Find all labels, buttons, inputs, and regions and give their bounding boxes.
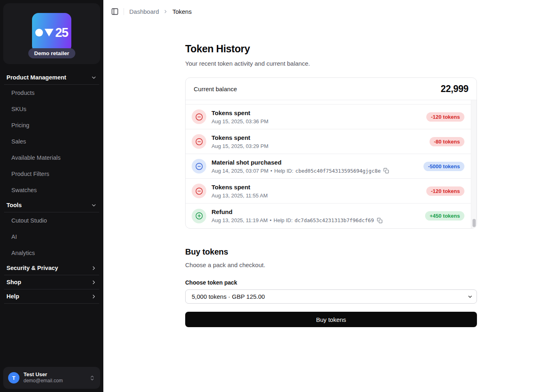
copy-icon[interactable]	[383, 168, 389, 174]
transaction-row: Tokens spent Aug 13, 2025, 11:55 AM -120…	[186, 179, 471, 203]
sidebar-item-pricing[interactable]: Pricing	[4, 117, 99, 133]
topbar-divider	[124, 8, 124, 15]
transaction-info: Refund Aug 13, 2025, 11:19 AM • Help ID:…	[212, 208, 420, 223]
amount-badge: -5000 tokens	[423, 162, 464, 171]
meta-separator: •	[270, 168, 272, 174]
chevrons-up-down-icon	[89, 375, 95, 381]
sidebar-item-sales[interactable]: Sales	[4, 133, 99, 150]
transaction-info: Tokens spent Aug 13, 2025, 11:55 AM	[212, 184, 421, 199]
sidebar-nav: Product Management Products SKUs Pricing…	[0, 67, 103, 364]
help-id-value: dc7da653c4231313b7f96dcf69	[295, 217, 374, 223]
transaction-date: Aug 13, 2025, 11:55 AM	[212, 193, 421, 199]
transaction-info: Tokens spent Aug 15, 2025, 03:36 PM	[212, 109, 421, 124]
section-label: Security & Privacy	[6, 265, 58, 271]
plus-circle-icon	[192, 209, 206, 223]
sidebar-toggle-button[interactable]	[111, 8, 119, 15]
copy-icon[interactable]	[377, 218, 383, 223]
avatar: T	[8, 372, 19, 383]
sidebar-item-ai[interactable]: AI	[4, 229, 99, 245]
brand-card[interactable]: 25 Demo retailer	[3, 3, 100, 64]
user-menu[interactable]: T Test User demo@email.com	[3, 367, 100, 389]
balance-card: Current balance 22,999 Tokens spent	[185, 77, 477, 229]
current-balance-row: Current balance 22,999	[186, 78, 477, 100]
transaction-row: Refund Aug 13, 2025, 11:19 AM • Help ID:…	[186, 203, 471, 228]
sidebar-item-available-materials[interactable]: Available Materials	[4, 150, 99, 166]
sidebar-item-product-filters[interactable]: Product Filters	[4, 166, 99, 182]
transaction-row: Tokens spent Aug 15, 2025, 03:36 PM -120…	[186, 105, 471, 129]
help-id-label: Help ID:	[274, 217, 293, 223]
minus-circle-icon	[192, 184, 206, 198]
sidebar-section-security-privacy[interactable]: Security & Privacy	[4, 261, 99, 275]
chevron-right-icon	[163, 9, 168, 14]
app-window: 25 Demo retailer Product Management Prod…	[0, 0, 558, 392]
user-email: demo@email.com	[24, 378, 85, 384]
sidebar-section-help[interactable]: Help	[4, 289, 99, 304]
retailer-badge: Demo retailer	[28, 48, 75, 58]
buy-tokens-subtitle: Choose a pack and checkout.	[185, 261, 477, 268]
chevron-right-icon	[91, 293, 97, 300]
transaction-title: Tokens spent	[212, 109, 421, 117]
user-info: Test User demo@email.com	[24, 371, 85, 384]
amount-badge: -120 tokens	[426, 112, 464, 122]
buy-tokens-heading: Buy tokens	[185, 247, 477, 257]
section-label: Tools	[6, 202, 22, 208]
amount-badge: -80 tokens	[430, 137, 464, 146]
page-title: Token History	[185, 43, 477, 55]
chevron-down-icon	[91, 75, 97, 81]
transaction-date: Aug 13, 2025, 11:19 AM	[212, 217, 268, 223]
section-label: Shop	[6, 279, 21, 285]
breadcrumb: Dashboard Tokens	[129, 8, 192, 15]
transaction-viewport: Tokens spent Aug 15, 2025, 03:36 PM -120…	[186, 100, 471, 228]
sidebar-section-tools[interactable]: Tools	[4, 198, 99, 212]
section-label: Help	[6, 293, 19, 300]
main-area: Dashboard Tokens Token History Your rece…	[103, 0, 558, 392]
sidebar-section-product-management[interactable]: Product Management	[4, 71, 99, 85]
scrollbar-thumb[interactable]	[472, 219, 476, 227]
meta-separator: •	[270, 217, 272, 223]
sidebar-item-products[interactable]: Products	[4, 85, 99, 101]
minus-circle-icon	[192, 159, 206, 174]
sidebar-item-cutout-studio[interactable]: Cutout Studio	[4, 212, 99, 229]
sidebar-section-shop[interactable]: Shop	[4, 275, 99, 289]
logo-number: 25	[55, 26, 68, 39]
sidebar: 25 Demo retailer Product Management Prod…	[0, 0, 103, 392]
chevron-right-icon	[91, 279, 97, 285]
chevron-down-icon	[91, 202, 97, 208]
topbar: Dashboard Tokens	[103, 0, 558, 23]
brand-logo: 25	[32, 13, 71, 52]
minus-circle-icon	[192, 109, 206, 124]
amount-badge: -120 tokens	[426, 186, 464, 196]
balance-value: 22,999	[440, 84, 468, 94]
minus-circle-icon	[192, 134, 206, 149]
token-history-page: Token History Your recent token activity…	[185, 23, 477, 327]
transaction-title: Refund	[212, 208, 420, 216]
breadcrumb-tokens: Tokens	[172, 8, 192, 15]
transaction-title: Tokens spent	[212, 134, 424, 141]
transaction-list: Tokens spent Aug 15, 2025, 03:36 PM -120…	[186, 100, 477, 228]
scrollbar-track[interactable]	[471, 100, 477, 228]
buy-tokens-button[interactable]: Buy tokens	[185, 312, 477, 327]
transaction-date: Aug 15, 2025, 03:36 PM	[212, 118, 421, 124]
transaction-row: Material shot purchased Aug 14, 2025, 03…	[186, 154, 471, 179]
sidebar-item-swatches[interactable]: Swatches	[4, 182, 99, 198]
user-name: Test User	[24, 371, 85, 378]
breadcrumb-dashboard[interactable]: Dashboard	[129, 8, 159, 15]
transaction-title: Material shot purchased	[212, 159, 418, 166]
transaction-row: Tokens spent Aug 15, 2025, 03:29 PM -80 …	[186, 129, 471, 154]
help-id-label: Help ID:	[274, 168, 293, 174]
balance-label: Current balance	[194, 86, 237, 92]
section-label: Product Management	[6, 74, 66, 81]
sidebar-item-analytics[interactable]: Analytics	[4, 245, 99, 261]
logo-circle-glyph	[35, 29, 43, 36]
transaction-title: Tokens spent	[212, 184, 421, 191]
token-pack-select[interactable]: 5,000 tokens · GBP 125.00	[185, 289, 477, 304]
amount-badge: +450 tokens	[425, 211, 464, 221]
chevron-right-icon	[91, 265, 97, 271]
logo-triangle-glyph	[45, 29, 53, 36]
page-subtitle: Your recent token activity and current b…	[185, 60, 477, 67]
sidebar-item-skus[interactable]: SKUs	[4, 101, 99, 117]
token-pack-select-wrap: 5,000 tokens · GBP 125.00	[185, 289, 477, 304]
partially-scrolled-row	[186, 100, 471, 105]
transaction-date: Aug 14, 2025, 03:07 PM	[212, 168, 268, 174]
help-id-value: cbed05c40f754313595694gjgc8e	[295, 168, 381, 174]
